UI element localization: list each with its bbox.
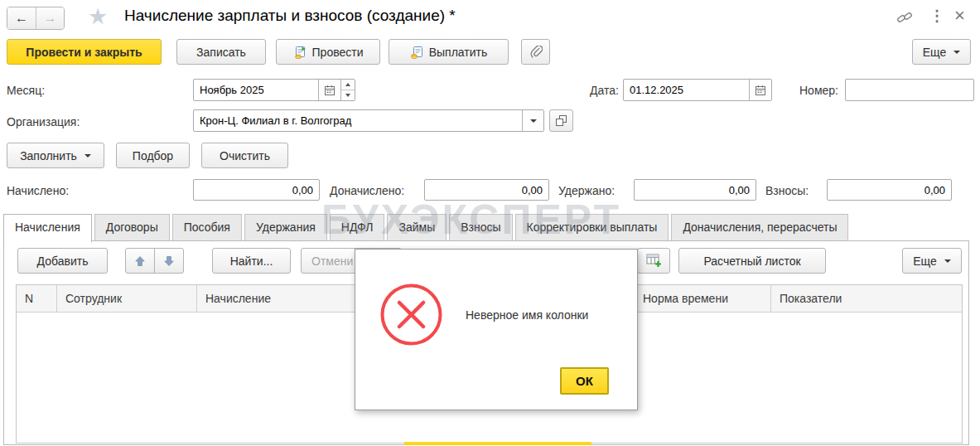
forward-button[interactable]: →: [36, 7, 64, 29]
tab-label: Доначисления, перерасчеты: [683, 221, 837, 234]
tab-label: Взносы: [461, 221, 500, 234]
clear-button[interactable]: Очистить: [201, 143, 288, 168]
tab-ndfl[interactable]: НДФЛ: [330, 214, 385, 240]
chevron-down-icon: [530, 119, 537, 123]
additional-accrued-field: [424, 179, 549, 201]
contributions-input[interactable]: [828, 180, 951, 200]
find-label: Найти...: [230, 255, 273, 268]
grid-more-label: Еще: [913, 255, 937, 268]
add-row-button[interactable]: Добавить: [17, 248, 108, 274]
tab-label: Пособия: [184, 221, 230, 234]
month-calendar-button[interactable]: [318, 80, 340, 100]
history-nav: ← →: [7, 7, 65, 30]
chevron-down-icon: [953, 51, 960, 54]
spinner-up-button[interactable]: [341, 80, 355, 90]
tab-benefits[interactable]: Пособия: [172, 214, 242, 240]
clear-label: Очистить: [220, 149, 270, 162]
number-label: Номер:: [799, 84, 838, 97]
withheld-field: [634, 179, 756, 201]
paperclip-icon: [529, 46, 543, 59]
save-button[interactable]: Записать: [176, 39, 266, 65]
favorite-star-icon[interactable]: ★: [88, 3, 108, 30]
column-label: Начисление: [205, 292, 271, 305]
additional-accrued-input[interactable]: [425, 180, 548, 200]
accrued-input[interactable]: [194, 180, 319, 200]
tab-recalculations[interactable]: Доначисления, перерасчеты: [671, 214, 848, 240]
grid-more-button[interactable]: Еще: [902, 248, 962, 274]
forward-arrow-icon: →: [44, 11, 57, 26]
tab-loans[interactable]: Займы: [387, 214, 447, 240]
arrow-up-icon: [134, 255, 146, 267]
payslip-button[interactable]: Расчетный листок: [678, 248, 826, 274]
additional-accrued-label: Доначислено:: [330, 184, 404, 197]
tab-label: Начисления: [15, 221, 80, 234]
contributions-label: Взносы:: [765, 184, 809, 197]
tab-label: Договоры: [106, 221, 158, 234]
number-input[interactable]: [846, 80, 973, 100]
tab-payment-adjustments[interactable]: Корректировки выплаты: [515, 214, 669, 240]
pay-button[interactable]: Выплатить: [389, 39, 509, 65]
tab-accruals[interactable]: Начисления: [3, 214, 92, 242]
move-down-button[interactable]: [154, 248, 184, 274]
month-input[interactable]: [194, 80, 318, 100]
organization-dropdown-button[interactable]: [522, 110, 543, 131]
post-and-close-button[interactable]: Провести и закрыть: [7, 39, 162, 65]
add-column-button[interactable]: [637, 248, 670, 274]
tab-label: Корректировки выплаты: [527, 221, 658, 234]
calendar-icon: [324, 85, 336, 96]
column-header-n[interactable]: N: [17, 285, 57, 312]
find-button[interactable]: Найти...: [212, 248, 291, 274]
spinner-down-button[interactable]: [341, 90, 355, 100]
cancel-search-label: Отмени: [311, 255, 353, 268]
month-label: Месяц:: [7, 84, 45, 97]
organization-input[interactable]: [194, 110, 522, 131]
column-header-indicators[interactable]: Показатели: [771, 285, 962, 312]
attachment-button[interactable]: [521, 39, 550, 65]
number-field: [845, 79, 974, 101]
open-form-icon: [556, 115, 567, 126]
ok-label: ОК: [576, 374, 593, 388]
withheld-label: Удержано:: [558, 184, 615, 197]
link-icon[interactable]: [896, 10, 913, 25]
pay-doc-coins-icon: [410, 46, 423, 59]
pay-label: Выплатить: [429, 46, 488, 59]
organization-field: [193, 109, 544, 132]
tab-contributions[interactable]: Взносы: [449, 214, 512, 240]
error-icon: [379, 283, 443, 347]
tab-label: Удержания: [256, 221, 316, 234]
menu-dots-icon[interactable]: ⋮: [929, 7, 944, 25]
back-arrow-icon: ←: [15, 11, 28, 26]
close-icon[interactable]: ×: [954, 5, 965, 27]
date-calendar-button[interactable]: [749, 80, 771, 100]
post-and-close-label: Провести и закрыть: [26, 46, 142, 59]
post-button[interactable]: Провести: [276, 39, 380, 65]
month-field: [193, 79, 355, 101]
move-up-button[interactable]: [125, 248, 155, 274]
fill-button[interactable]: Заполнить: [7, 143, 104, 168]
form-more-button[interactable]: Еще: [912, 39, 971, 65]
date-field: [623, 79, 772, 101]
save-label: Записать: [196, 46, 246, 59]
organization-open-button[interactable]: [549, 109, 573, 132]
column-label: N: [25, 292, 33, 305]
column-header-time-norm[interactable]: Норма времени: [635, 285, 771, 312]
column-header-employee[interactable]: Сотрудник: [57, 285, 197, 312]
form-more-label: Еще: [923, 46, 947, 59]
accrued-field: [193, 179, 320, 201]
post-doc-icon: [293, 46, 307, 59]
pick-button[interactable]: Подбор: [116, 143, 190, 168]
tab-contracts[interactable]: Договоры: [94, 214, 170, 240]
dialog-message: Неверное имя колонки: [466, 308, 588, 322]
withheld-input[interactable]: [635, 180, 756, 200]
tab-deductions[interactable]: Удержания: [244, 214, 327, 240]
calendar-icon: [755, 85, 766, 96]
arrow-down-icon: [163, 255, 175, 267]
table-add-icon: [646, 254, 662, 268]
chevron-down-icon: [84, 154, 91, 158]
date-input[interactable]: [624, 80, 749, 100]
column-label: Показатели: [780, 292, 842, 305]
ok-button[interactable]: ОК: [560, 367, 609, 395]
column-label: Норма времени: [643, 292, 728, 305]
tab-label: НДФЛ: [341, 221, 374, 234]
back-button[interactable]: ←: [7, 7, 36, 29]
